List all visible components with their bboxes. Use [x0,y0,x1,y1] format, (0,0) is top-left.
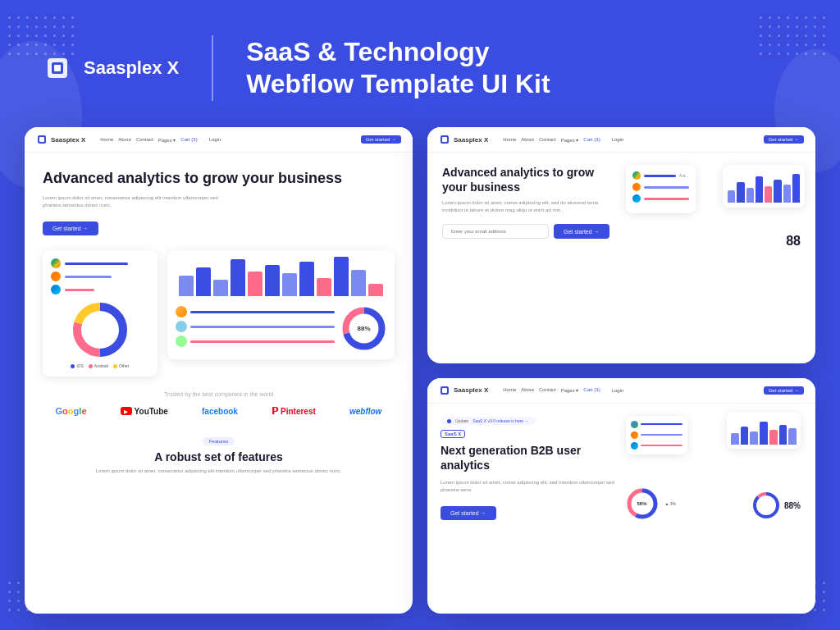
saas-x-tag: SaaS X [441,430,618,438]
release-text: SaaS X v3.0 release is here → [472,418,528,423]
mini-nav-br: Saasplex X Home About Contact Pages ▾ Ca… [427,378,815,404]
mini-nav-links-br: Home About Contact Pages ▾ Cart (3) [503,387,600,393]
hero-title-br: Next generation B2B user analytics [441,443,618,472]
hero-large: Advanced analytics to grow your business… [25,153,413,244]
os-labels: iOS Android Other [51,363,149,368]
mini-nav-top-right: Saasplex X Home About Contact Pages ▾ Ca… [427,127,815,153]
logo-text: Saasplex X [84,57,179,79]
mini-logo-br: Saasplex X [439,385,488,396]
hero-cta-tr[interactable]: Get started → [554,224,609,239]
tagline-line2: Webflow Template UI Kit [246,69,550,98]
svg-rect-2 [54,65,61,71]
barchart-card-tr [723,165,805,208]
hero-left-br: Update SaaS X v3.0 release is here → Saa… [441,412,618,521]
svg-rect-15 [442,388,447,393]
tagline: SaaS & Technology Webflow Template UI Ki… [246,36,550,99]
hero-desc-large: Lorem ipsum dolor sit amet, consectetur … [43,194,223,209]
hero-desc-tr: Lorem ipsum dolor sit amet, conse adipis… [442,199,618,214]
pct1-text: 58% [637,501,646,506]
hero-left-tr: Advanced analytics to grow your business… [442,165,618,249]
screenshot-large: Saasplex X Home About Contact Pages ▾ Ca… [25,127,413,614]
features-desc: Lorem ipsum dolor sit amet, consectetur … [43,468,395,475]
features-section: Features A robust set of features Lorem … [25,425,413,482]
logo-icon [41,52,74,84]
screenshot-bottom-right: Saasplex X Home About Contact Pages ▾ Ca… [427,378,815,614]
mini-nav-large: Saasplex X Home About Contact Pages ▾ Ca… [25,127,413,153]
pct2-text: 88% [784,501,801,510]
pct-circles-br: 58% ▲ 3% [626,487,677,520]
mini-cta-btn-large[interactable]: Get started → [361,135,401,144]
pinterest-icon: 𝗣 [272,405,279,417]
email-input[interactable] [442,224,549,239]
dashboard-br: 58% ▲ 3% 88% [626,412,803,521]
dashboard-preview-tr: Aut... [626,165,801,249]
list-card-tr: Aut... [626,165,696,213]
tagline-line1: SaaS & Technology [246,37,489,66]
dashboard-widgets: iOS Android Other [25,244,413,383]
trusted-section: Trusted by the best companies in the wor… [25,383,413,425]
update-badge: Update [455,418,468,423]
features-title: A robust set of features [43,450,395,463]
release-tag: Update SaaS X v3.0 release is here → [441,417,536,425]
mini-cta-btn-br[interactable]: Get started → [764,386,804,395]
mini-logo-text-br: Saasplex X [454,386,488,394]
brand-google: Google [56,406,87,416]
mini-nav-links: Home About Contact Pages ▾ Cart (3) [100,137,197,143]
donut-chart [71,301,129,358]
mini-logo-text-tr: Saasplex X [454,136,488,144]
trusted-text: Trusted by the best companies in the wor… [43,391,395,397]
browser-row-firefox [51,272,149,281]
header-divider [212,35,213,101]
hero-tr: Advanced analytics to grow your business… [427,153,815,261]
hero-title-large: Advanced analytics to grow your business [43,169,395,188]
widget-donut: iOS Android Other [43,250,158,377]
pct2-wrapper: 88% [751,491,801,520]
bar-chart [176,258,386,299]
mini-logo: Saasplex X [36,134,85,145]
logo: Saasplex X [41,52,179,84]
pct-donut: 88% [341,306,386,351]
features-badge: Features [203,437,235,445]
header: Saasplex X SaaS & Technology Webflow Tem… [0,0,840,135]
brand-facebook: facebook [202,407,238,416]
hero-cta-br[interactable]: Get started → [441,506,496,520]
user-list-widget: 88% [176,306,386,351]
hero-cta-large[interactable]: Get started → [43,221,98,235]
widget-barchart: 88% [167,250,395,359]
browser-row-edge [51,285,149,294]
hero-title-tr: Advanced analytics to grow your business [442,165,618,194]
stat-badge-tr: 88 [786,234,801,249]
pct1: 58% [626,487,659,520]
hero-br: Update SaaS X v3.0 release is here → Saa… [427,404,815,529]
pct-text: 88% [357,325,370,332]
svg-rect-4 [39,137,44,142]
svg-point-20 [755,494,778,517]
brand-pinterest: 𝗣 Pinterest [272,405,316,417]
list-card-br [626,416,687,454]
mini-logo-text: Saasplex X [51,136,85,144]
hero-desc-br: Lorem ipsum dolor sit amet, conse adipis… [441,479,618,494]
svg-rect-13 [442,137,447,142]
brand-youtube: ▶ YouTube [121,407,168,416]
stat-label: ▲ 3% [665,501,677,506]
screenshot-top-right: Saasplex X Home About Contact Pages ▾ Ca… [427,127,815,363]
email-form: Get started → [442,224,618,239]
browser-row-chrome [51,258,149,268]
mini-nav-links-tr: Home About Contact Pages ▾ Cart (3) [503,137,600,143]
brand-webflow: webflow [349,407,381,416]
youtube-icon: ▶ [121,407,132,415]
screenshots-grid: Saasplex X Home About Contact Pages ▾ Ca… [25,127,815,614]
barchart-br [727,412,801,449]
mini-cta-btn-tr[interactable]: Get started → [764,135,804,144]
update-dot [447,419,451,423]
brands-row: Google ▶ YouTube facebook 𝗣 Pinterest we… [43,405,395,417]
mini-logo-tr: Saasplex X [439,134,488,145]
